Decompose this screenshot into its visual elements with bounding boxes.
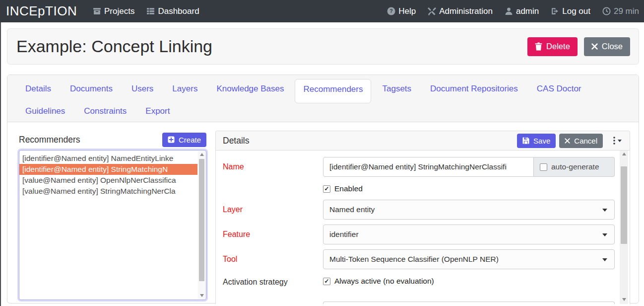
tool-field-label: Tool — [223, 255, 323, 264]
nav-logout-label: Log out — [562, 6, 590, 16]
create-button[interactable]: Create — [162, 133, 206, 147]
details-panel-header: Details Save Cancel — [216, 131, 630, 151]
name-field-label: Name — [223, 162, 323, 171]
tool-select[interactable]: Multi-Token Sequence Classifier (OpenNLP… — [323, 249, 615, 269]
tab-guidelines[interactable]: Guidelines — [17, 101, 73, 121]
recommender-list-item[interactable]: [identifier@Named entity] NamedEntityLin… — [19, 153, 197, 164]
project-title-card: Example: Concept Linking Delete Close — [7, 28, 639, 65]
activation-strategy-label: Activation strategy — [223, 277, 323, 287]
scrollbar-thumb[interactable] — [199, 159, 204, 281]
create-button-label: Create — [179, 136, 201, 144]
more-options-menu[interactable] — [610, 136, 625, 146]
scroll-down-arrow-icon[interactable] — [198, 292, 205, 299]
recommenders-panel-header: Recommenders Create — [19, 131, 206, 149]
page-title: Example: Concept Linking — [16, 37, 212, 56]
feature-field-label: Feature — [223, 230, 323, 239]
details-scrollbar[interactable] — [620, 151, 628, 304]
layer-field-label: Layer — [223, 205, 323, 214]
session-timer-label: 29 min — [614, 6, 639, 16]
recommender-list-item[interactable]: [value@Named entity] OpenNlpNerClassific… — [19, 175, 197, 186]
user-icon — [505, 7, 513, 15]
feature-select[interactable]: identifier — [323, 225, 615, 244]
inception-project-settings-page: INCEpTION Projects Dashboard ? Help — [0, 0, 644, 306]
close-icon — [591, 43, 598, 50]
nav-user-label: admin — [516, 6, 539, 16]
always-active-label: Always active (no evaluation) — [334, 277, 434, 286]
session-timer: 29 min — [602, 6, 639, 16]
scroll-down-arrow-icon[interactable] — [620, 296, 628, 303]
partial-hidden-select[interactable] — [323, 302, 615, 304]
tab-strip: Details Documents Users Layers Knowledge… — [7, 75, 639, 122]
enabled-label: Enabled — [334, 184, 363, 193]
kebab-dots-icon — [613, 137, 615, 145]
details-form: Name auto-generate ✓ Enabled — [216, 151, 619, 304]
name-input[interactable] — [323, 157, 534, 177]
always-active-checkbox[interactable]: ✓ — [323, 278, 330, 285]
nav-administration-label: Administration — [439, 6, 493, 16]
tab-recommenders[interactable]: Recommenders — [295, 79, 371, 103]
svg-text:?: ? — [389, 8, 392, 14]
feature-select-value: identifier — [329, 230, 359, 239]
top-navbar: INCEpTION Projects Dashboard ? Help — [0, 0, 644, 22]
auto-generate-addon: auto-generate — [534, 157, 615, 177]
plus-square-icon — [168, 136, 175, 143]
auto-generate-checkbox[interactable] — [540, 163, 547, 171]
tool-select-value: Multi-Token Sequence Classifier (OpenNLP… — [329, 255, 499, 264]
tools-icon — [428, 7, 436, 15]
chevron-down-icon — [618, 140, 622, 142]
save-button[interactable]: Save — [517, 134, 556, 148]
tab-export[interactable]: Export — [137, 101, 178, 121]
recommender-list-item[interactable]: [value@Named entity] StringMatchingNerCl… — [19, 186, 197, 197]
delete-button[interactable]: Delete — [527, 37, 578, 56]
cancel-button[interactable]: Cancel — [559, 134, 603, 148]
auto-generate-label: auto-generate — [551, 162, 599, 171]
dropdown-caret-icon — [602, 209, 607, 212]
app-logo[interactable]: INCEpTION — [6, 3, 93, 19]
nav-projects-label: Projects — [104, 6, 134, 16]
nav-logout[interactable]: Log out — [551, 6, 590, 16]
layer-select-value: Named entity — [329, 205, 375, 214]
scrollbar-thumb[interactable] — [621, 166, 627, 244]
trash-icon — [535, 42, 542, 51]
cancel-x-icon — [565, 138, 570, 144]
logout-icon — [551, 7, 559, 15]
tab-documents[interactable]: Documents — [62, 79, 121, 99]
details-panel-title: Details — [223, 136, 250, 146]
tab-constraints[interactable]: Constraints — [76, 101, 134, 121]
recommenders-list-scrollbar[interactable] — [198, 151, 205, 299]
details-panel: Details Save Cancel — [215, 131, 630, 304]
clock-icon — [602, 7, 611, 15]
tab-knowledge-bases[interactable]: Knowledge Bases — [208, 79, 292, 99]
archive-icon — [93, 7, 101, 15]
close-button-label: Close — [602, 42, 623, 51]
tab-document-repositories[interactable]: Document Repositories — [422, 79, 526, 99]
nav-dashboard-label: Dashboard — [158, 6, 199, 16]
delete-button-label: Delete — [546, 42, 570, 51]
nav-user[interactable]: admin — [505, 6, 539, 16]
nav-projects[interactable]: Projects — [93, 6, 134, 16]
nav-dashboard[interactable]: Dashboard — [146, 6, 199, 16]
tab-cas-doctor[interactable]: CAS Doctor — [529, 79, 589, 99]
cancel-button-label: Cancel — [574, 137, 597, 145]
tab-layers[interactable]: Layers — [164, 79, 205, 99]
tab-users[interactable]: Users — [124, 79, 161, 99]
recommenders-listbox[interactable]: [identifier@Named entity] NamedEntityLin… — [19, 150, 206, 300]
scroll-up-arrow-icon[interactable] — [620, 151, 628, 157]
tab-details[interactable]: Details — [17, 79, 59, 99]
nav-administration[interactable]: Administration — [428, 6, 493, 16]
close-button[interactable]: Close — [584, 37, 630, 56]
list-icon — [146, 7, 155, 15]
layer-select[interactable]: Named entity — [323, 200, 615, 220]
scroll-up-arrow-icon[interactable] — [198, 151, 205, 158]
dropdown-caret-icon — [602, 258, 607, 261]
enabled-checkbox[interactable]: ✓ — [323, 185, 330, 193]
nav-help[interactable]: ? Help — [387, 6, 416, 16]
dropdown-caret-icon — [602, 233, 607, 236]
nav-help-label: Help — [398, 6, 416, 16]
tab-tagsets[interactable]: Tagsets — [374, 79, 419, 99]
save-button-label: Save — [533, 137, 550, 145]
recommender-list-item-selected[interactable]: [identifier@Named entity] StringMatching… — [19, 164, 197, 175]
question-circle-icon: ? — [387, 7, 395, 15]
save-icon — [522, 137, 529, 144]
recommenders-panel-title: Recommenders — [19, 135, 80, 145]
